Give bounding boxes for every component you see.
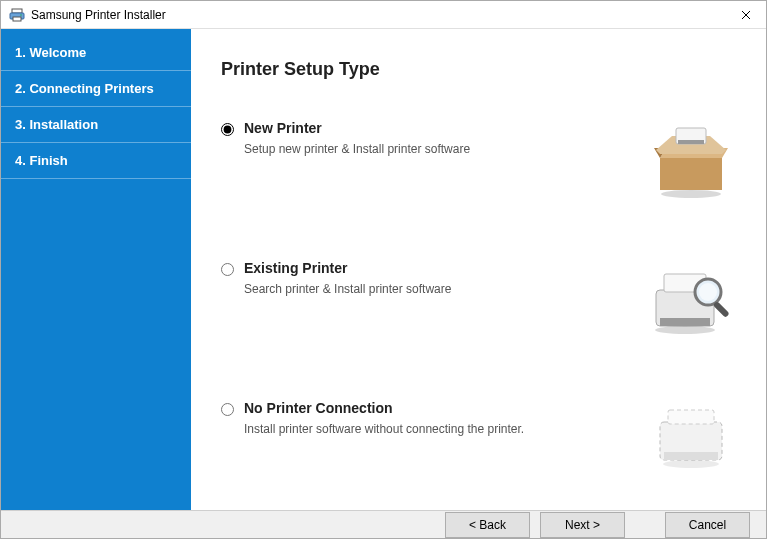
option-new-printer-desc: Setup new printer & Install printer soft… xyxy=(244,142,626,156)
svg-rect-19 xyxy=(668,410,714,424)
svg-point-16 xyxy=(699,283,717,301)
no-printer-ghost-icon xyxy=(646,400,736,480)
sidebar-item-installation[interactable]: 3. Installation xyxy=(1,107,191,143)
new-printer-box-icon xyxy=(646,120,736,200)
sidebar: 1. Welcome 2. Connecting Printers 3. Ins… xyxy=(1,29,191,510)
option-no-printer-desc: Install printer software without connect… xyxy=(244,422,626,436)
svg-rect-2 xyxy=(13,17,21,21)
svg-rect-9 xyxy=(678,140,704,144)
option-no-printer-label: No Printer Connection xyxy=(244,400,626,416)
cancel-button[interactable]: Cancel xyxy=(665,512,750,538)
option-existing-printer-desc: Search printer & Install printer softwar… xyxy=(244,282,626,296)
footer: < Back Next > Cancel xyxy=(1,510,766,538)
main-content: Printer Setup Type New Printer Setup new… xyxy=(191,29,766,510)
svg-rect-17 xyxy=(713,301,730,318)
svg-point-10 xyxy=(661,190,721,198)
sidebar-item-connecting[interactable]: 2. Connecting Printers xyxy=(1,71,191,107)
option-existing-printer[interactable]: Existing Printer Search printer & Instal… xyxy=(221,260,736,340)
svg-rect-0 xyxy=(12,9,22,13)
window-title: Samsung Printer Installer xyxy=(31,8,726,22)
option-existing-printer-label: Existing Printer xyxy=(244,260,626,276)
printer-app-icon xyxy=(9,7,25,23)
sidebar-item-finish[interactable]: 4. Finish xyxy=(1,143,191,179)
svg-point-14 xyxy=(655,326,715,334)
svg-point-21 xyxy=(663,460,719,468)
option-existing-printer-radio[interactable] xyxy=(221,263,234,276)
next-button[interactable]: Next > xyxy=(540,512,625,538)
existing-printer-search-icon xyxy=(646,260,736,340)
option-new-printer-radio[interactable] xyxy=(221,123,234,136)
page-title: Printer Setup Type xyxy=(221,59,736,80)
option-no-printer[interactable]: No Printer Connection Install printer so… xyxy=(221,400,736,480)
svg-rect-20 xyxy=(664,452,718,460)
close-icon[interactable] xyxy=(726,1,766,29)
titlebar: Samsung Printer Installer xyxy=(1,1,766,29)
svg-marker-4 xyxy=(660,158,722,190)
back-button[interactable]: < Back xyxy=(445,512,530,538)
option-new-printer-label: New Printer xyxy=(244,120,626,136)
svg-rect-13 xyxy=(660,318,710,326)
option-no-printer-radio[interactable] xyxy=(221,403,234,416)
sidebar-item-welcome[interactable]: 1. Welcome xyxy=(1,35,191,71)
svg-point-3 xyxy=(20,14,22,16)
option-new-printer[interactable]: New Printer Setup new printer & Install … xyxy=(221,120,736,200)
